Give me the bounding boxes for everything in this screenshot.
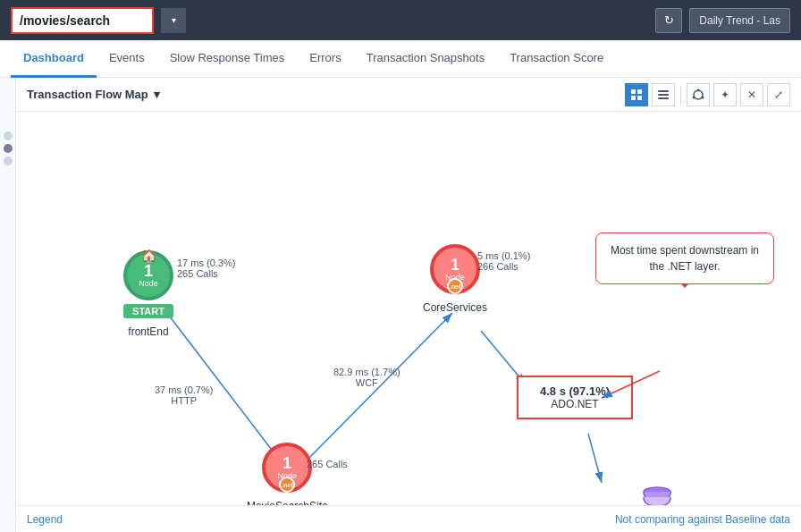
main-panel: Transaction Flow Map ▾ bbox=[16, 78, 801, 532]
net-badge-coreservices: .net bbox=[447, 278, 463, 294]
edge-http-label: 37 ms (0.7%) HTTP bbox=[155, 384, 213, 406]
svg-rect-3 bbox=[637, 96, 642, 100]
house-icon: 🏠 bbox=[141, 249, 156, 263]
view-grid-button[interactable] bbox=[625, 83, 648, 106]
sidebar-dot-1 bbox=[4, 131, 13, 140]
coreservices-stat-ms: 5 ms (0.1%) bbox=[477, 250, 530, 261]
tab-score[interactable]: Transaction Score bbox=[497, 40, 616, 78]
toolbar-left: Transaction Flow Map ▾ bbox=[27, 88, 160, 101]
svg-point-8 bbox=[697, 89, 700, 91]
frontend-stat-ms: 17 ms (0.3%) bbox=[177, 258, 235, 268]
content-area: Transaction Flow Map ▾ bbox=[0, 78, 801, 532]
coreservices-node-name: CoreServices bbox=[423, 301, 487, 314]
svg-rect-2 bbox=[631, 96, 636, 100]
net-badge-moviesearch: .net bbox=[279, 477, 295, 493]
moviesearch-stats: 265 Calls bbox=[307, 459, 348, 469]
legend-link[interactable]: Legend bbox=[27, 513, 63, 526]
toolbar-row: Transaction Flow Map ▾ bbox=[16, 78, 801, 112]
flow-map-title: Transaction Flow Map bbox=[27, 88, 148, 101]
callout-text: Most time spent downstream in the .NET l… bbox=[611, 244, 759, 273]
tab-slow-response[interactable]: Slow Response Times bbox=[157, 40, 298, 78]
baseline-text: Not comparing against Baseline data bbox=[615, 513, 790, 526]
view-list-button[interactable] bbox=[652, 83, 675, 106]
header-bar: ▾ ↻ Daily Trend - Las bbox=[0, 0, 801, 40]
edge-wcf-ms: 82.9 ms (1.7%) bbox=[333, 367, 400, 377]
arrange-star-button[interactable]: ✦ bbox=[713, 83, 737, 106]
sidebar bbox=[0, 78, 16, 532]
footer-bar: Legend Not comparing against Baseline da… bbox=[16, 505, 801, 532]
moviesearch-node-number: 1 bbox=[282, 455, 291, 471]
path-input[interactable] bbox=[11, 7, 154, 34]
tab-snapshots[interactable]: Transaction Snapshots bbox=[354, 40, 497, 78]
start-badge: START bbox=[123, 304, 173, 318]
path-dropdown-button[interactable]: ▾ bbox=[161, 8, 186, 33]
frontend-node-circle: 🏠 1 Node bbox=[123, 250, 173, 300]
adonet-box: 4.8 s (97.1%) ADO.NET bbox=[517, 376, 633, 419]
tab-errors[interactable]: Errors bbox=[297, 40, 353, 78]
svg-rect-6 bbox=[658, 97, 669, 99]
expand-button[interactable]: ⤢ bbox=[767, 83, 790, 106]
coreservices-stats: 5 ms (0.1%) 266 Calls bbox=[477, 250, 530, 272]
svg-rect-4 bbox=[658, 90, 669, 92]
tab-bar: Dashboard Events Slow Response Times Err… bbox=[0, 40, 801, 78]
toolbar-divider bbox=[680, 86, 681, 104]
flow-map-dropdown-arrow[interactable]: ▾ bbox=[154, 88, 160, 101]
tab-events[interactable]: Events bbox=[97, 40, 157, 78]
sidebar-dot-2 bbox=[4, 144, 13, 153]
edge-wcf-label: 82.9 ms (1.7%) WCF bbox=[333, 367, 400, 388]
toolbar-right: ✦ ✕ ⤢ bbox=[625, 83, 790, 106]
close-button[interactable]: ✕ bbox=[740, 83, 763, 106]
coreservices-node-circle: .net 1 Node bbox=[430, 244, 480, 294]
tab-dashboard[interactable]: Dashboard bbox=[11, 40, 97, 78]
svg-point-9 bbox=[693, 96, 696, 98]
coreservices-stat-calls: 266 Calls bbox=[477, 261, 530, 272]
frontend-node-label: Node bbox=[139, 279, 158, 288]
svg-line-15 bbox=[588, 434, 602, 483]
trend-button[interactable]: Daily Trend - Las bbox=[689, 8, 790, 33]
adonet-value: 4.8 s (97.1%) bbox=[533, 384, 617, 398]
svg-rect-1 bbox=[637, 89, 642, 94]
svg-point-10 bbox=[702, 96, 704, 98]
frontend-node-number: 1 bbox=[144, 263, 153, 279]
svg-rect-0 bbox=[631, 89, 636, 94]
moviesearch-node[interactable]: .net 1 Node MovieSearchSite bbox=[247, 443, 328, 512]
moviesearch-stat-calls: 265 Calls bbox=[307, 459, 348, 469]
frontend-node[interactable]: 🏠 1 Node START frontEnd bbox=[123, 250, 173, 338]
edge-wcf-type: WCF bbox=[333, 377, 400, 388]
moviesearch-node-circle: .net 1 Node bbox=[262, 443, 312, 493]
frontend-stat-calls: 265 Calls bbox=[177, 268, 235, 279]
arrange-circle-button[interactable] bbox=[687, 83, 710, 106]
edge-http-type: HTTP bbox=[155, 395, 213, 406]
adonet-label: ADO.NET bbox=[533, 398, 617, 410]
sidebar-dot-3 bbox=[4, 156, 13, 165]
frontend-stats: 17 ms (0.3%) 265 Calls bbox=[177, 258, 235, 279]
callout-tooltip: Most time spent downstream in the .NET l… bbox=[595, 232, 774, 284]
frontend-node-name: frontEnd bbox=[128, 325, 168, 338]
flow-canvas: 🏠 1 Node START frontEnd 17 ms (0.3%) 265… bbox=[16, 112, 801, 532]
edge-http-ms: 37 ms (0.7%) bbox=[155, 384, 213, 395]
coreservices-node-number: 1 bbox=[451, 257, 460, 273]
svg-rect-5 bbox=[658, 94, 669, 96]
refresh-button[interactable]: ↻ bbox=[655, 8, 682, 33]
